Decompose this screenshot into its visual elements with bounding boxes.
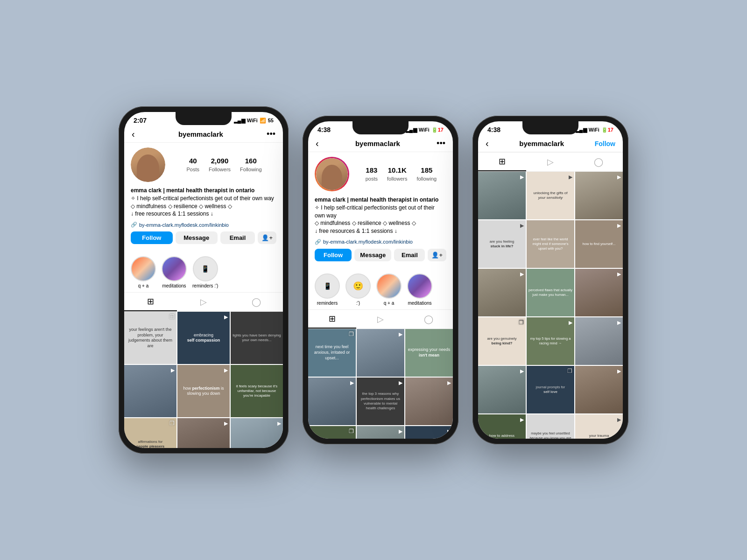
tagged-tab-3[interactable]: ◯ bbox=[575, 153, 623, 171]
message-button-2[interactable]: Message bbox=[354, 249, 391, 261]
grid-item-3-1[interactable]: ▶ bbox=[478, 172, 526, 219]
grid-item-2-2[interactable]: ▶ bbox=[357, 329, 404, 377]
highlight-rem-2[interactable]: 📱 reminders bbox=[315, 273, 340, 306]
grid-item-3-16[interactable]: how to addresscommon triggers ▶ bbox=[478, 414, 526, 439]
highlight-qa-1[interactable]: q + a bbox=[131, 256, 156, 288]
multi-icon-3: ❐ bbox=[349, 331, 354, 338]
more-button-1[interactable]: ••• bbox=[267, 129, 275, 139]
back-button-1[interactable]: ‹ bbox=[132, 129, 135, 140]
grid-item-1-4[interactable]: ▶ bbox=[124, 365, 176, 417]
following-stat-2[interactable]: 185 following bbox=[416, 166, 437, 182]
followers-stat-2[interactable]: 10.1K followers bbox=[387, 166, 407, 182]
ri-12: ▶ bbox=[520, 416, 524, 423]
posts-grid-1: your feelings aren't the problem, your j… bbox=[124, 312, 283, 448]
reel-icon-9: ▶ bbox=[447, 379, 451, 386]
posts-grid-3: ▶ unlocking the gifts ofyour sensitivity… bbox=[478, 172, 623, 439]
avatar-1[interactable] bbox=[131, 147, 165, 182]
highlight-med-1[interactable]: meditations bbox=[162, 256, 187, 288]
username-3: byemmaclark bbox=[519, 140, 564, 147]
grid-item-1-3[interactable]: lights you have been denying your own ne… bbox=[231, 312, 283, 364]
highlight-med-2[interactable]: meditations bbox=[407, 273, 432, 306]
follow-button-3[interactable]: Follow bbox=[595, 140, 615, 147]
add-friend-button-1[interactable]: 👤+ bbox=[258, 231, 276, 244]
grid-tab-1[interactable]: ⊞ bbox=[124, 293, 177, 311]
grid-item-3-5[interactable]: ever feel like the world might end if so… bbox=[527, 220, 574, 268]
wifi-icon-2: WiFi bbox=[419, 127, 430, 133]
username-2: byemmaclark bbox=[355, 140, 400, 147]
grid-item-2-8[interactable]: ▶ bbox=[357, 426, 404, 439]
notch-1 bbox=[176, 112, 232, 125]
bio-link-1[interactable]: 🔗 by-emma-clark.myflodesk.com/linkinbio bbox=[131, 222, 276, 228]
grid-item-2-1[interactable]: next time you feel anxious, irritated or… bbox=[308, 329, 356, 377]
avatar-2[interactable] bbox=[315, 157, 349, 191]
grid-item-2-5[interactable]: the top 3 reasons why perfectionism make… bbox=[357, 378, 404, 425]
grid-item-3-15[interactable]: ▶ bbox=[575, 366, 623, 413]
add-friend-button-2[interactable]: 👤+ bbox=[428, 249, 446, 261]
bio-link-2[interactable]: 🔗 by-emma-clark.myflodesk.com/linkinbio bbox=[315, 239, 446, 245]
grid-item-3-11[interactable]: my top 5 tips for slowing a racing mind … bbox=[527, 317, 574, 365]
tagged-tab-2[interactable]: ◯ bbox=[405, 310, 453, 329]
reels-tab-1[interactable]: ▷ bbox=[177, 293, 230, 311]
reels-tab-2[interactable]: ▷ bbox=[356, 310, 404, 329]
grid-item-1-2[interactable]: embracingself compassion ▶ bbox=[177, 312, 230, 364]
grid-item-3-3[interactable]: ▶ bbox=[575, 172, 623, 219]
reels-tab-3[interactable]: ▷ bbox=[526, 153, 574, 171]
email-button-2[interactable]: Email bbox=[394, 249, 425, 261]
grid-item-1-7[interactable]: affirmations forpeople pleasers ❐ bbox=[124, 418, 176, 448]
message-button-1[interactable]: Message bbox=[176, 231, 218, 244]
grid-item-3-2[interactable]: unlocking the gifts ofyour sensitivity ▶ bbox=[527, 172, 574, 219]
grid-item-1-9[interactable]: ▶ bbox=[231, 418, 283, 448]
grid-item-3-6[interactable]: how to find yourself... ▶ bbox=[575, 220, 623, 268]
grid-item-2-3[interactable]: expressing your needsisn't mean bbox=[405, 329, 453, 377]
grid-tab-3[interactable]: ⊞ bbox=[478, 153, 526, 171]
bio-1: emma clark | mental health therapist in … bbox=[131, 187, 276, 218]
status-icons-3: ▂▄▆ WiFi 🔋17 bbox=[576, 127, 613, 133]
multi-icon-4: ❐ bbox=[349, 428, 354, 435]
back-button-2[interactable]: ‹ bbox=[316, 138, 319, 149]
ri-3: ▶ bbox=[617, 174, 621, 180]
tagged-tab-1[interactable]: ◯ bbox=[230, 293, 283, 311]
email-button-1[interactable]: Email bbox=[220, 231, 255, 244]
grid-item-3-17[interactable]: maybe you feel unsettled because you kno… bbox=[527, 414, 574, 439]
more-button-2[interactable]: ••• bbox=[437, 139, 445, 148]
grid-item-1-6[interactable]: it feels scary because it's unfamiliar, … bbox=[231, 365, 283, 417]
grid-item-2-7[interactable]: the 7 types ofinner critics ❐ bbox=[308, 426, 356, 439]
highlight-qa-2[interactable]: q + a bbox=[376, 273, 402, 306]
following-stat-1[interactable]: 160 Following bbox=[240, 157, 261, 173]
grid-item-2-6[interactable]: ▶ bbox=[405, 378, 453, 425]
tab-bar-1: ⊞ ▷ ◯ bbox=[124, 292, 283, 312]
phone-1: 2:07 ▂▄▆ WiFi 📶 55 ‹ byemmaclark ••• bbox=[119, 106, 289, 454]
username-1: byemmaclark bbox=[178, 130, 223, 138]
notch-2 bbox=[352, 121, 409, 134]
highlight-rem-1[interactable]: 📱 reminders :') bbox=[192, 256, 218, 288]
grid-item-1-1[interactable]: your feelings aren't the problem, your j… bbox=[124, 312, 176, 364]
link-icon-1: 🔗 bbox=[131, 222, 137, 228]
highlight-emoji-2[interactable]: 🙂 :') bbox=[345, 273, 371, 306]
action-buttons-2: Follow Message Email 👤+ bbox=[315, 249, 446, 261]
grid-item-1-8[interactable]: ▶ bbox=[177, 418, 230, 448]
follow-button-1[interactable]: Follow bbox=[131, 231, 173, 244]
grid-item-3-13[interactable]: ▶ bbox=[478, 366, 526, 413]
grid-tab-2[interactable]: ⊞ bbox=[308, 310, 356, 329]
grid-item-3-9[interactable]: ▶ bbox=[575, 269, 623, 316]
posts-stat-2: 183 posts bbox=[366, 166, 378, 182]
grid-item-2-4[interactable]: ▶ bbox=[308, 378, 356, 425]
stats-row-1: 40 Posts 2,090 Followers 160 Following bbox=[172, 157, 276, 173]
highlights-row-1: q + a meditations 📱 reminders :') bbox=[124, 253, 283, 291]
grid-item-3-4[interactable]: are you feelingstuck in life? ▶ bbox=[478, 220, 526, 268]
ri-9: ▶ bbox=[617, 319, 621, 326]
grid-item-3-14[interactable]: journal prompts forself love ❐ bbox=[527, 366, 574, 413]
mi-2: ❐ bbox=[567, 368, 572, 375]
grid-item-3-8[interactable]: perceived flaws that actually just make … bbox=[527, 269, 574, 316]
grid-item-2-9[interactable]: "being hard on yourself worked, it would… bbox=[405, 426, 453, 439]
grid-item-1-5[interactable]: how perfectionism is slowing you down ▶ bbox=[177, 365, 230, 417]
grid-item-3-12[interactable]: ▶ bbox=[575, 317, 623, 365]
followers-stat-1[interactable]: 2,090 Followers bbox=[209, 157, 231, 173]
grid-item-3-10[interactable]: are you genuinelybeing kind? ❐ bbox=[478, 317, 526, 365]
status-icons-2: ▂▄▆ WiFi 🔋17 bbox=[406, 127, 444, 133]
grid-item-3-7[interactable]: ▶ bbox=[478, 269, 526, 316]
wifi-icon-1: WiFi bbox=[247, 118, 258, 123]
grid-item-3-18[interactable]: your traumais valid even if... ▶ bbox=[575, 414, 623, 439]
follow-button-2[interactable]: Follow bbox=[315, 249, 352, 261]
back-button-3[interactable]: ‹ bbox=[486, 138, 489, 149]
